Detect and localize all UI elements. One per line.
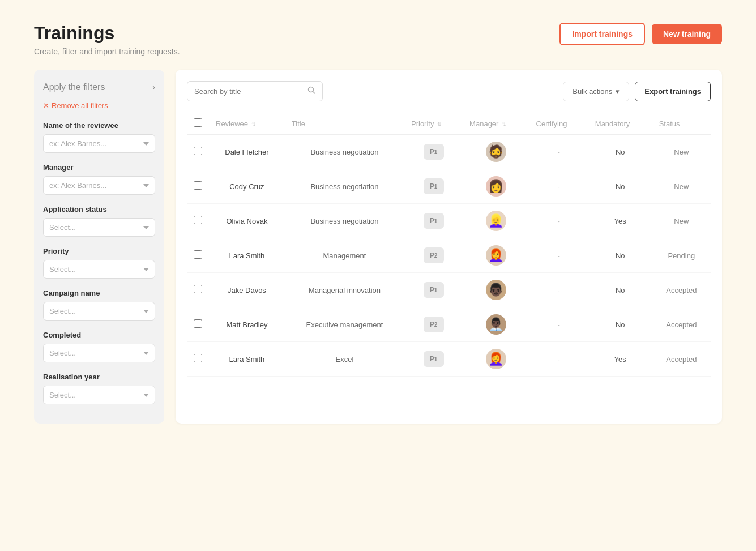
row-reviewee-4: Jake Davos	[209, 273, 285, 307]
search-icon	[307, 86, 315, 96]
manager-avatar-4: 👨🏿	[486, 280, 506, 300]
row-manager-2: 👱‍♀️	[463, 204, 529, 238]
priority-badge-3: P2	[424, 247, 444, 263]
search-box	[187, 81, 323, 101]
select-all-header	[187, 113, 209, 135]
row-reviewee-2: Olivia Novak	[209, 204, 285, 238]
col-status: Status	[652, 113, 711, 135]
filter-app-status: Application status Select...	[43, 205, 155, 237]
row-reviewee-1: Cody Cruz	[209, 169, 285, 204]
row-status-6: Accepted	[652, 342, 711, 377]
filter-manager-label: Manager	[43, 163, 155, 172]
filter-completed-label: Completed	[43, 331, 155, 339]
filter-priority-select[interactable]: Select...	[43, 260, 155, 279]
import-trainings-button[interactable]: Import trainings	[559, 23, 645, 45]
row-priority-6: P1	[404, 342, 463, 377]
row-priority-4: P1	[404, 273, 463, 307]
filter-manager: Manager ex: Alex Barnes...	[43, 163, 155, 195]
row-reviewee-6: Lara Smith	[209, 342, 285, 377]
page-title-group: Trainings Create, filter and import trai…	[34, 23, 180, 56]
sidebar: Apply the filters › ✕ Remove all filters…	[34, 70, 164, 424]
row-checkbox-1[interactable]	[194, 181, 202, 190]
table-row: Matt Bradley Executive management P2 👨🏿‍…	[187, 307, 711, 342]
filter-reviewee-select[interactable]: ex: Alex Barnes...	[43, 134, 155, 153]
row-title-5: Executive management	[285, 307, 404, 342]
row-priority-5: P2	[404, 307, 463, 342]
row-certifying-2: -	[529, 204, 588, 238]
row-reviewee-3: Lara Smith	[209, 238, 285, 273]
trainings-table: Reviewee ⇅ Title Priority ⇅ Manager ⇅ Ce…	[187, 113, 711, 377]
priority-badge-6: P1	[424, 351, 444, 367]
row-certifying-0: -	[529, 135, 588, 169]
table-row: Lara Smith Management P2 👩‍🦰 - No Pendin…	[187, 238, 711, 273]
filter-completed-select[interactable]: Select...	[43, 344, 155, 362]
table-row: Olivia Novak Business negotiation P1 👱‍♀…	[187, 204, 711, 238]
filter-reviewee-label: Name of the reviewee	[43, 121, 155, 130]
bulk-actions-button[interactable]: Bulk actions ▾	[563, 82, 629, 101]
remove-all-filters[interactable]: ✕ Remove all filters	[43, 101, 155, 110]
row-manager-1: 👩	[463, 169, 529, 204]
filter-app-status-select[interactable]: Select...	[43, 218, 155, 237]
table-panel: Bulk actions ▾ Export trainings Reviewee…	[176, 70, 722, 424]
row-certifying-6: -	[529, 342, 588, 377]
page-title: Trainings	[34, 23, 180, 44]
manager-avatar-5: 👨🏿‍💼	[486, 314, 506, 335]
row-reviewee-5: Matt Bradley	[209, 307, 285, 342]
table-toolbar: Bulk actions ▾ Export trainings	[187, 81, 711, 101]
filter-reviewee: Name of the reviewee ex: Alex Barnes...	[43, 121, 155, 153]
row-reviewee-0: Dale Fletcher	[209, 135, 285, 169]
toolbar-right: Bulk actions ▾ Export trainings	[563, 82, 711, 101]
table-header: Reviewee ⇅ Title Priority ⇅ Manager ⇅ Ce…	[187, 113, 711, 135]
row-checkbox-cell	[187, 238, 209, 273]
row-mandatory-6: Yes	[588, 342, 652, 377]
row-checkbox-cell	[187, 307, 209, 342]
row-checkbox-cell	[187, 135, 209, 169]
header-buttons: Import trainings New training	[559, 23, 722, 45]
row-title-4: Managerial innovation	[285, 273, 404, 307]
row-status-2: New	[652, 204, 711, 238]
filter-campaign: Campaign name Select...	[43, 289, 155, 321]
page-header: Trainings Create, filter and import trai…	[34, 23, 722, 56]
row-manager-0: 🧔	[463, 135, 529, 169]
row-checkbox-4[interactable]	[194, 285, 202, 293]
new-training-button[interactable]: New training	[652, 24, 722, 44]
row-checkbox-cell	[187, 342, 209, 377]
row-certifying-4: -	[529, 273, 588, 307]
chevron-right-icon: ›	[152, 82, 155, 92]
filter-campaign-select[interactable]: Select...	[43, 302, 155, 321]
row-checkbox-cell	[187, 169, 209, 204]
search-input[interactable]	[194, 87, 303, 96]
row-priority-0: P1	[404, 135, 463, 169]
priority-badge-4: P1	[424, 282, 444, 298]
select-all-checkbox[interactable]	[194, 118, 202, 127]
row-checkbox-5[interactable]	[194, 319, 202, 328]
priority-badge-5: P2	[424, 317, 444, 332]
row-mandatory-4: No	[588, 273, 652, 307]
row-title-3: Management	[285, 238, 404, 273]
row-checkbox-6[interactable]	[194, 354, 202, 362]
filter-realisation-year-select[interactable]: Select...	[43, 386, 155, 404]
filter-manager-select[interactable]: ex: Alex Barnes...	[43, 176, 155, 195]
row-manager-6: 👩‍🦰	[463, 342, 529, 377]
row-status-1: New	[652, 169, 711, 204]
filter-priority-label: Priority	[43, 247, 155, 255]
filter-realisation-year: Realisation year Select...	[43, 373, 155, 404]
main-content: Apply the filters › ✕ Remove all filters…	[34, 70, 722, 424]
page-subtitle: Create, filter and import training reque…	[34, 47, 180, 56]
row-checkbox-2[interactable]	[194, 216, 202, 224]
export-trainings-button[interactable]: Export trainings	[635, 82, 711, 101]
priority-badge-0: P1	[424, 144, 444, 160]
row-checkbox-0[interactable]	[194, 147, 202, 155]
row-checkbox-3[interactable]	[194, 250, 202, 259]
col-priority[interactable]: Priority ⇅	[404, 113, 463, 135]
row-status-4: Accepted	[652, 273, 711, 307]
filter-toggle[interactable]: Apply the filters ›	[43, 79, 155, 101]
row-title-0: Business negotiation	[285, 135, 404, 169]
manager-avatar-1: 👩	[486, 176, 506, 197]
filter-toggle-label: Apply the filters	[43, 82, 105, 92]
filter-campaign-label: Campaign name	[43, 289, 155, 297]
svg-line-1	[313, 92, 315, 94]
row-status-5: Accepted	[652, 307, 711, 342]
col-reviewee[interactable]: Reviewee ⇅	[209, 113, 285, 135]
col-manager[interactable]: Manager ⇅	[463, 113, 529, 135]
